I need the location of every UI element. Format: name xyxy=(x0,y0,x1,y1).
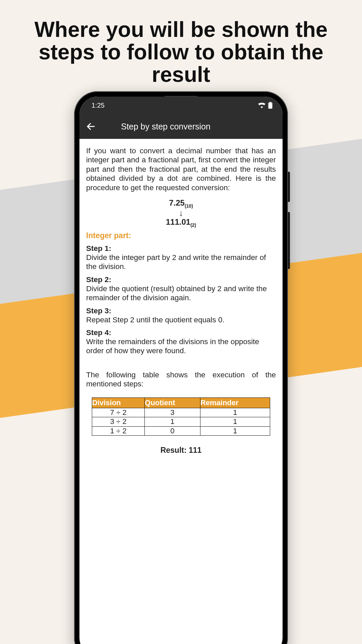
svg-rect-1 xyxy=(269,102,272,103)
step-text: Repeat Step 2 until the quotient equals … xyxy=(86,315,276,324)
svg-rect-0 xyxy=(268,103,273,109)
step-label: Step 2: xyxy=(86,275,276,284)
content-scroll[interactable]: If you want to convert a decimal number … xyxy=(79,139,283,644)
from-value: 7.25 xyxy=(169,198,185,207)
step-text: Divide the quotient (result) obtained by… xyxy=(86,284,276,303)
step-text: Divide the integer part by 2 and write t… xyxy=(86,253,276,271)
phone-power-button xyxy=(288,172,290,202)
phone-screen: 1:25 Step by step conversion If you want… xyxy=(79,97,283,644)
result-line: Result: 111 xyxy=(86,446,276,455)
step-2: Step 2: Divide the quotient (result) obt… xyxy=(86,275,276,303)
phone-volume-button xyxy=(288,212,290,269)
arrow-left-icon xyxy=(86,121,96,131)
step-label: Step 1: xyxy=(86,244,276,253)
table-intro: The following table shows the execution … xyxy=(86,370,276,389)
table-row: 7 ÷ 2 3 1 xyxy=(92,408,270,417)
battery-icon xyxy=(268,102,273,109)
step-label: Step 3: xyxy=(86,307,276,315)
division-table: Division Quotient Remainder 7 ÷ 2 3 1 3 … xyxy=(92,397,270,436)
table-row: 1 ÷ 2 0 1 xyxy=(92,426,270,435)
step-text: Write the remainders of the divisions in… xyxy=(86,337,276,356)
status-bar: 1:25 xyxy=(79,97,283,114)
step-4: Step 4: Write the remainders of the divi… xyxy=(86,328,276,356)
phone-frame: 1:25 Step by step conversion If you want… xyxy=(74,91,288,644)
col-remainder: Remainder xyxy=(200,397,270,408)
from-base: (10) xyxy=(185,203,193,209)
arrow-down-icon: ↓ xyxy=(86,209,276,217)
col-quotient: Quotient xyxy=(145,397,200,408)
app-bar: Step by step conversion xyxy=(79,114,283,139)
to-base: (2) xyxy=(190,222,196,228)
col-division: Division xyxy=(92,397,144,408)
status-time: 1:25 xyxy=(92,102,105,109)
back-button[interactable] xyxy=(83,119,98,134)
intro-text: If you want to convert a decimal number … xyxy=(86,146,276,192)
promo-headline: Where you will be shown the steps to fol… xyxy=(0,0,362,100)
to-value: 111.01 xyxy=(166,217,190,226)
step-3: Step 3: Repeat Step 2 until the quotient… xyxy=(86,307,276,324)
conversion-display: 7.25(10) ↓ 111.01(2) xyxy=(86,198,276,228)
app-bar-title: Step by step conversion xyxy=(111,122,279,131)
wifi-icon xyxy=(258,102,265,108)
integer-part-heading: Integer part: xyxy=(86,231,276,240)
step-1: Step 1: Divide the integer part by 2 and… xyxy=(86,244,276,271)
table-row: 3 ÷ 2 1 1 xyxy=(92,417,270,426)
step-label: Step 4: xyxy=(86,328,276,337)
